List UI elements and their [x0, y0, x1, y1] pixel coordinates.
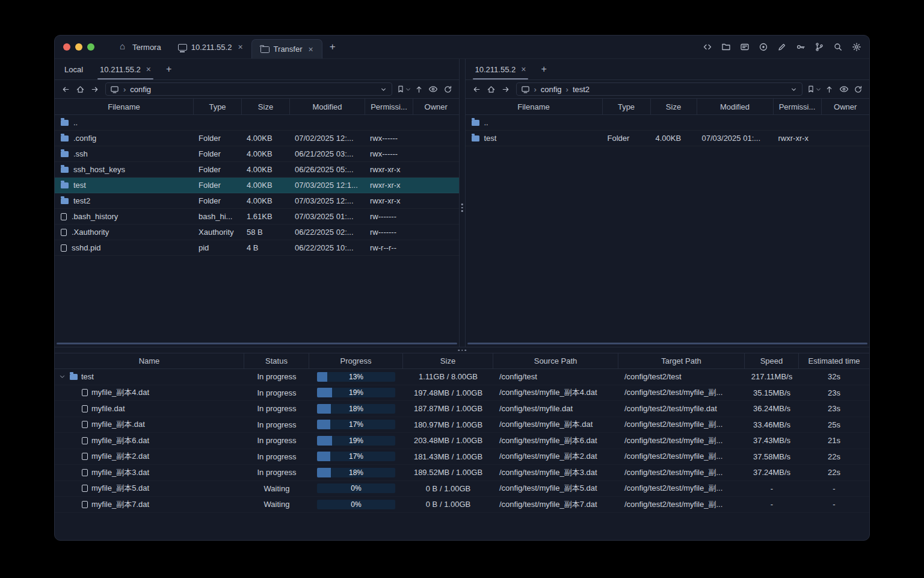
back-icon[interactable] [60, 83, 72, 96]
horizontal-splitter[interactable] [55, 347, 869, 353]
transfer-row[interactable]: myfile.dat In progress 18% 187.87MB / 1.… [55, 401, 869, 417]
minimize-window-button[interactable] [75, 43, 82, 51]
file-row[interactable]: .ssh Folder 4.00KB 06/21/2025 03:... rwx… [55, 146, 459, 162]
transfer-row[interactable]: myfile_副本4.dat In progress 19% 197.48MB … [55, 385, 869, 402]
bookmark-button[interactable] [396, 85, 411, 93]
folder-icon [61, 135, 69, 141]
horizontal-scrollbar[interactable] [467, 343, 868, 344]
estimated-time: 25s [799, 420, 869, 429]
file-row[interactable]: .. [55, 115, 459, 131]
refresh-icon[interactable] [852, 83, 864, 96]
titlebar-tab[interactable]: Termora [111, 36, 170, 58]
breadcrumb-segment[interactable]: config [119, 85, 151, 94]
forward-icon[interactable] [88, 83, 101, 96]
panel-tab[interactable]: 10.211.55.2 [91, 59, 159, 79]
file-row[interactable]: .config Folder 4.00KB 07/02/2025 12:... … [55, 131, 459, 146]
new-panel-tab-button[interactable]: + [159, 59, 178, 79]
upload-icon[interactable] [823, 83, 836, 96]
transfer-row[interactable]: myfile_副本7.dat Waiting 0% 0 B / 1.00GB /… [55, 497, 869, 513]
close-tab-icon[interactable] [521, 65, 526, 73]
file-size: 4 B [242, 243, 290, 252]
macro-icon[interactable] [739, 42, 750, 52]
chevron-down-icon[interactable] [58, 373, 66, 381]
file-row[interactable]: .. [466, 115, 870, 131]
column-header[interactable]: Modified [290, 99, 365, 114]
column-header[interactable]: Type [603, 99, 651, 114]
new-panel-tab-button[interactable]: + [534, 59, 553, 79]
column-header[interactable]: Modified [697, 99, 774, 114]
key-icon[interactable] [795, 42, 806, 52]
settings-icon[interactable] [851, 42, 862, 52]
column-header[interactable]: Target Path [618, 353, 745, 368]
close-window-button[interactable] [63, 43, 70, 51]
panel-tab[interactable]: 10.211.55.2 [467, 59, 535, 79]
folder-icon[interactable] [721, 42, 732, 52]
refresh-icon[interactable] [442, 83, 454, 96]
path-field[interactable]: config [105, 82, 392, 96]
column-header[interactable]: Speed [745, 353, 799, 368]
forward-icon[interactable] [499, 83, 512, 96]
panel-tab[interactable]: Local [56, 59, 91, 79]
path-field[interactable]: configtest2 [516, 82, 803, 96]
file-row[interactable]: ssh_host_keys Folder 4.00KB 06/26/2025 0… [55, 162, 459, 178]
bookmark-button[interactable] [807, 85, 821, 93]
titlebar-tab[interactable]: Transfer [251, 39, 322, 58]
column-header[interactable]: Filename [55, 99, 194, 114]
chevron-down-icon[interactable] [790, 85, 798, 93]
column-header[interactable]: Type [194, 99, 242, 114]
close-tab-icon[interactable] [146, 65, 151, 73]
transfer-row[interactable]: test In progress 13% 1.11GB / 8.00GB /co… [55, 369, 869, 385]
home-icon[interactable] [74, 83, 87, 96]
column-header[interactable]: Size [242, 99, 290, 114]
column-header[interactable]: Owner [413, 99, 459, 114]
new-tab-button[interactable]: + [322, 36, 343, 58]
file-row[interactable]: .Xauthority Xauthority 58 B 06/22/2025 0… [55, 225, 459, 240]
search-icon[interactable] [833, 42, 843, 52]
column-header[interactable]: Name [55, 353, 244, 368]
show-hidden-icon[interactable] [427, 83, 440, 96]
filename: test [73, 181, 86, 190]
column-header[interactable]: Permissi... [774, 99, 822, 114]
transfer-row[interactable]: myfile_副本3.dat In progress 18% 189.52MB … [55, 465, 869, 481]
transfer-row[interactable]: myfile_副本2.dat In progress 17% 181.43MB … [55, 449, 869, 465]
column-header[interactable]: Size [651, 99, 697, 114]
breadcrumb-segment[interactable]: test2 [562, 85, 590, 94]
upload-icon[interactable] [413, 83, 425, 96]
show-hidden-icon[interactable] [837, 83, 850, 96]
transfer-row[interactable]: myfile_副本6.dat In progress 19% 203.48MB … [55, 433, 869, 449]
record-icon[interactable] [758, 42, 769, 52]
column-header[interactable]: Size [403, 353, 493, 368]
breadcrumb-segment[interactable]: config [530, 85, 562, 94]
horizontal-scrollbar[interactable] [57, 343, 457, 344]
file-row[interactable]: .bash_history bash_hi... 1.61KB 07/03/20… [55, 209, 459, 225]
file-row[interactable]: test Folder 4.00KB 07/03/2025 01:... rwx… [466, 131, 870, 146]
column-header[interactable]: Estimated time [799, 353, 869, 368]
panel-divider[interactable] [459, 59, 466, 347]
file-row[interactable]: sshd.pid pid 4 B 06/22/2025 10:... rw-r-… [55, 240, 459, 256]
chevron-down-icon[interactable] [380, 85, 387, 93]
estimated-time: 32s [799, 372, 869, 381]
code-icon[interactable] [702, 42, 713, 52]
close-tab-icon[interactable] [238, 43, 242, 51]
progress-label: 17% [317, 452, 395, 461]
file-row[interactable]: test2 Folder 4.00KB 07/03/2025 12:... rw… [55, 193, 459, 209]
transfer-row[interactable]: myfile_副本.dat In progress 17% 180.97MB /… [55, 417, 869, 434]
folder-icon [61, 167, 69, 173]
file-size: 4.00KB [242, 165, 290, 174]
column-header[interactable]: Filename [466, 99, 603, 114]
back-icon[interactable] [470, 83, 483, 96]
bookmark-icon [396, 85, 405, 93]
transfer-row[interactable]: myfile_副本5.dat Waiting 0% 0 B / 1.00GB /… [55, 481, 869, 497]
home-icon[interactable] [485, 83, 497, 96]
edit-icon[interactable] [777, 42, 787, 52]
column-header[interactable]: Permissi... [365, 99, 413, 114]
column-header[interactable]: Source Path [493, 353, 618, 368]
file-row[interactable]: test Folder 4.00KB 07/03/2025 12:1... rw… [55, 178, 459, 193]
close-tab-icon[interactable] [309, 45, 313, 54]
column-header[interactable]: Owner [822, 99, 870, 114]
titlebar-tab[interactable]: 10.211.55.2 [170, 36, 251, 58]
zoom-window-button[interactable] [87, 43, 94, 51]
column-header[interactable]: Progress [309, 353, 403, 368]
column-header[interactable]: Status [244, 353, 309, 368]
branch-icon[interactable] [814, 42, 825, 52]
